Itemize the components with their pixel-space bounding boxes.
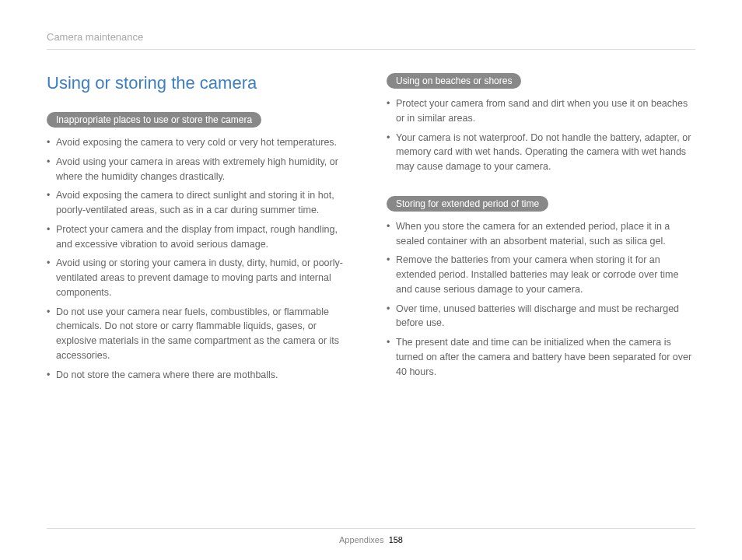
list-item: Your camera is not waterproof. Do not ha… <box>387 131 695 174</box>
list-storing: When you store the camera for an extende… <box>387 219 695 380</box>
list-item: Remove the batteries from your camera wh… <box>387 253 695 296</box>
list-item: Protect your camera and the display from… <box>47 222 355 252</box>
list-item: Protect your camera from sand and dirt w… <box>387 96 695 126</box>
left-column: Using or storing the camera Inappropriat… <box>47 73 355 404</box>
section-pill-beaches: Using on beaches or shores <box>387 73 521 89</box>
list-item: Over time, unused batteries will dischar… <box>387 302 695 331</box>
list-item: Avoid exposing the camera to very cold o… <box>47 135 355 150</box>
right-column: Using on beaches or shores Protect your … <box>387 73 695 404</box>
list-item: The present date and time can be initial… <box>387 335 695 379</box>
list-inappropriate: Avoid exposing the camera to very cold o… <box>47 135 355 382</box>
list-item: Do not store the camera where there are … <box>47 368 355 383</box>
page-footer: Appendixes 158 <box>47 528 695 544</box>
section-pill-storing: Storing for extended period of time <box>387 196 548 212</box>
list-item: Do not use your camera near fuels, combu… <box>47 305 355 363</box>
main-heading: Using or storing the camera <box>47 73 355 93</box>
footer-label: Appendixes <box>339 535 384 544</box>
list-beaches: Protect your camera from sand and dirt w… <box>387 96 695 174</box>
content-columns: Using or storing the camera Inappropriat… <box>47 73 695 404</box>
page-header: Camera maintenance <box>47 31 695 50</box>
section-pill-inappropriate: Inappropriate places to use or store the… <box>47 112 261 128</box>
list-item: Avoid using your camera in areas with ex… <box>47 155 355 184</box>
list-item: When you store the camera for an extende… <box>387 219 695 249</box>
page-number: 158 <box>389 535 403 544</box>
list-item: Avoid exposing the camera to direct sunl… <box>47 188 355 218</box>
list-item: Avoid using or storing your camera in du… <box>47 256 355 299</box>
